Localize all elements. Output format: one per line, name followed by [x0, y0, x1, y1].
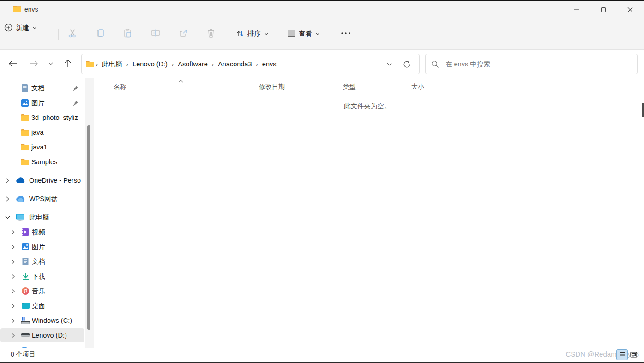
sidebar-item-wps-cloud[interactable]: WPS网盘 [0, 192, 84, 206]
chevron-right-icon [12, 289, 15, 294]
documents-icon [21, 84, 29, 93]
column-divider[interactable] [403, 80, 403, 94]
music-icon [21, 287, 30, 295]
chevron-down-icon [264, 32, 269, 35]
chevron-right-icon [6, 196, 9, 202]
back-arrow-icon [9, 60, 17, 67]
column-divider[interactable] [451, 80, 451, 94]
sidebar-item-onedrive[interactable]: OneDrive - Perso [0, 173, 84, 187]
column-header-size[interactable]: 大小 [411, 78, 424, 96]
sidebar-item-samples[interactable]: Samples [0, 155, 84, 169]
sidebar-item-lenovo-d-drive[interactable]: Lenovo (D:) [0, 328, 84, 342]
explorer-body: 文档 图片 3d_photo_styliz java java1 [0, 78, 644, 349]
sidebar-item-windows-c-drive[interactable]: Windows (C:) [0, 314, 84, 327]
status-bar: 0 个项目 CSDN @Redamancy06 [0, 348, 644, 362]
onedrive-cloud-icon [16, 177, 25, 184]
close-button[interactable] [617, 1, 644, 18]
sidebar-item-desktop[interactable]: 桌面 [0, 299, 84, 313]
sidebar-item-videos[interactable]: 视频 [0, 225, 84, 239]
see-more-dots-icon [341, 32, 350, 34]
breadcrumb-drive-d[interactable]: Lenovo (D:) [130, 59, 170, 70]
main-scrollbar-thumb[interactable] [642, 103, 644, 117]
sidebar-item-pictures-pinned[interactable]: 图片 [0, 96, 84, 110]
folder-icon [12, 5, 22, 13]
rename-button[interactable] [146, 24, 165, 42]
window-title: envs [24, 6, 38, 13]
chevron-down-icon [5, 216, 10, 219]
column-header-date-modified[interactable]: 修改日期 [259, 78, 285, 96]
copy-button[interactable] [91, 24, 109, 42]
refresh-button[interactable] [401, 59, 413, 70]
status-divider [42, 350, 42, 358]
breadcrumb-separator: › [125, 61, 130, 68]
maximize-button[interactable] [590, 1, 617, 18]
sidebar-item-downloads[interactable]: 下载 [0, 269, 84, 283]
details-view-button[interactable] [616, 349, 628, 360]
see-more-button[interactable] [337, 24, 355, 42]
chevron-right-icon [12, 303, 15, 309]
minimize-button[interactable] [563, 1, 590, 18]
search-input[interactable] [445, 60, 632, 68]
sidebar-item-java[interactable]: java [0, 125, 84, 139]
folder-icon [21, 129, 30, 136]
plus-circle-icon [4, 24, 12, 32]
sidebar-item-music[interactable]: 音乐 [0, 284, 84, 298]
videos-icon [21, 228, 30, 236]
column-divider[interactable] [336, 80, 336, 94]
column-divider[interactable] [247, 80, 247, 94]
delete-button[interactable] [202, 24, 220, 42]
sidebar-scrollbar-thumb[interactable] [87, 125, 90, 330]
column-header-name[interactable]: 名称 [114, 78, 126, 96]
address-bar[interactable]: › 此电脑 › Lenovo (D:) › Asoftware › Anacon… [81, 54, 420, 74]
windows-drive-icon [21, 317, 30, 325]
command-bar: 新建 排序 查看 [0, 18, 644, 50]
sidebar-item-3d-photo-styliz[interactable]: 3d_photo_styliz [0, 111, 84, 125]
sidebar-item-pictures[interactable]: 图片 [0, 240, 84, 254]
window-controls [563, 1, 644, 18]
file-explorer-window: envs 新建 [0, 0, 644, 363]
breadcrumb-envs[interactable]: envs [259, 59, 279, 70]
pin-icon [72, 85, 78, 91]
cut-button[interactable] [63, 24, 82, 42]
breadcrumb-asoftware[interactable]: Asoftware [175, 59, 210, 70]
new-button[interactable]: 新建 [0, 18, 41, 37]
empty-folder-message: 此文件夹为空。 [344, 102, 391, 111]
pictures-icon [21, 243, 30, 251]
large-icons-view-icon [630, 352, 637, 358]
sidebar-item-this-pc[interactable]: 此电脑 [0, 210, 84, 224]
up-button[interactable] [60, 55, 76, 72]
chevron-down-icon [48, 62, 53, 65]
breadcrumb-separator: › [211, 61, 215, 68]
breadcrumb-separator: › [95, 61, 99, 68]
large-icons-view-button[interactable] [628, 349, 639, 360]
desktop-icon [21, 302, 30, 309]
view-button[interactable]: 查看 [283, 24, 324, 43]
back-button[interactable] [5, 55, 21, 72]
breadcrumb-separator: › [170, 61, 175, 68]
share-icon [178, 28, 188, 38]
sort-button[interactable]: 排序 [232, 24, 272, 43]
item-count: 0 个项目 [11, 351, 36, 359]
breadcrumb-this-pc[interactable]: 此电脑 [99, 58, 125, 71]
search-magnifier-icon [431, 60, 439, 68]
title-bar: envs [0, 1, 644, 18]
share-button[interactable] [174, 24, 193, 42]
sidebar-scrollbar[interactable] [85, 78, 94, 349]
forward-button[interactable] [25, 55, 42, 72]
pin-icon [72, 100, 78, 106]
search-box [425, 54, 638, 74]
details-view-icon [619, 352, 626, 357]
sidebar-item-documents[interactable]: 文档 [0, 255, 84, 268]
rename-icon [150, 28, 161, 38]
recent-locations-button[interactable] [44, 55, 58, 72]
chevron-right-icon [12, 318, 15, 323]
this-pc-icon [16, 214, 25, 221]
sort-ascending-caret-icon [178, 79, 183, 83]
sidebar-item-java1[interactable]: java1 [0, 140, 84, 154]
paste-button[interactable] [119, 24, 137, 42]
chevron-right-icon [6, 178, 9, 183]
address-dropdown-button[interactable] [385, 61, 394, 68]
sidebar-item-documents-pinned[interactable]: 文档 [0, 81, 84, 95]
column-header-type[interactable]: 类型 [343, 78, 356, 96]
breadcrumb-anaconda3[interactable]: Anaconda3 [215, 59, 254, 70]
